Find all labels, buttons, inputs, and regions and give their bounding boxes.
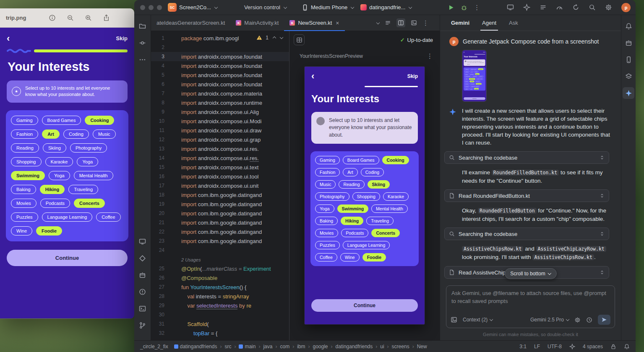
code-line[interactable]: 16import androidx.compose.ui.tool (151, 172, 289, 181)
run-config-selector[interactable]: datingandfrie... (360, 4, 412, 10)
interest-chip[interactable]: Yoga (464, 78, 468, 80)
code-line[interactable]: 19import com.ibm.google.datingand (151, 199, 289, 209)
breadcrumb-item[interactable]: ui (380, 344, 384, 349)
context-selector[interactable]: Context (2) (463, 317, 493, 323)
code-line[interactable]: 27fun YourInterestsScreen() { (151, 282, 289, 292)
interest-chip[interactable]: Gaming (315, 156, 340, 164)
send-button[interactable] (598, 315, 610, 325)
interest-chip[interactable]: Coffee (315, 253, 337, 261)
tab-options-icon[interactable] (422, 20, 429, 26)
interest-chip[interactable]: Karaoke (383, 192, 409, 201)
design-view-icon[interactable] (411, 20, 417, 26)
breadcrumb-item[interactable]: src (224, 344, 231, 349)
app-quality-insights-icon[interactable] (137, 252, 149, 264)
interest-chip[interactable]: Puzzles (315, 241, 340, 249)
zoom-out-icon[interactable] (67, 14, 74, 21)
code-line[interactable]: 9import androidx.compose.ui.Alig (151, 107, 289, 116)
interest-chip[interactable]: Yoga (315, 204, 334, 213)
interest-chip[interactable]: Board Games (470, 68, 477, 70)
project-tool-icon[interactable] (137, 20, 149, 32)
interest-chip[interactable]: Swimming (469, 78, 475, 80)
tool-call-row[interactable]: Read RoundedFilledButton.kt (444, 189, 609, 202)
code-line[interactable]: 30 (151, 310, 289, 319)
interest-chip[interactable]: Foodie (36, 226, 62, 236)
attach-image-icon[interactable] (451, 316, 457, 323)
interest-chip[interactable]: Baking (315, 217, 338, 225)
running-devices-tool-icon[interactable] (137, 236, 149, 247)
breadcrumb-item[interactable]: New (417, 344, 427, 349)
back-icon[interactable] (464, 52, 464, 53)
code-line[interactable]: 28 val interests = stringArray (151, 292, 289, 301)
running-devices-icon[interactable] (507, 4, 514, 11)
close-tab-icon[interactable] (336, 20, 339, 26)
code-line[interactable]: 26@Composable (151, 273, 289, 282)
user-avatar[interactable]: p (621, 3, 631, 12)
zoom-window-button[interactable] (157, 5, 162, 10)
interest-chip[interactable]: Puzzles (464, 85, 469, 87)
code-line[interactable]: 22import com.ibm.google.datingand (151, 227, 289, 236)
interest-chip[interactable]: Fashion (11, 129, 38, 139)
interest-chip[interactable]: Foodie (474, 88, 479, 90)
gemini-tool-icon[interactable] (623, 87, 634, 99)
interest-chip[interactable]: Cooking (85, 116, 114, 125)
tab-agent[interactable]: Agent (482, 15, 496, 31)
git-branch-widget[interactable]: _circle_2_fix (140, 344, 168, 349)
code-line[interactable]: 3import androidx.compose.foundat (151, 52, 289, 61)
caret-position-widget[interactable]: 3:1 (519, 344, 527, 349)
version-control-tool-icon[interactable] (137, 319, 149, 331)
interest-chip[interactable]: Hiking (469, 80, 474, 82)
interest-chip[interactable]: Concerts (74, 199, 105, 208)
hidden-tabs-icon[interactable] (376, 21, 380, 24)
code-line[interactable]: 7import androidx.compose.materia (151, 89, 289, 98)
interest-chip[interactable]: Skiing (368, 180, 390, 189)
interest-chip[interactable]: Yoga (77, 157, 98, 166)
interest-chip[interactable]: Yoga (49, 171, 70, 180)
problems-tool-icon[interactable] (137, 286, 149, 298)
interest-chip[interactable]: Movies (315, 229, 338, 237)
model-selector[interactable]: Gemini 2.5 Pro (530, 317, 569, 323)
build-tool-icon[interactable] (137, 269, 149, 281)
layout-inspector-icon[interactable] (623, 70, 634, 82)
code-line[interactable]: 2 Usages (151, 255, 289, 264)
interest-chip[interactable]: Music (93, 129, 116, 139)
settings-icon[interactable] (605, 4, 612, 11)
notifications-bell-icon[interactable] (624, 344, 630, 349)
breadcrumb-item[interactable]: ibm (297, 344, 305, 349)
code-line[interactable]: 8import androidx.compose.runtime (151, 98, 289, 107)
interest-chip[interactable]: Karaoke (45, 157, 73, 166)
search-everywhere-icon[interactable] (589, 4, 596, 11)
code-line[interactable]: 17import androidx.compose.ui.unit (151, 181, 289, 190)
prompt-input[interactable] (451, 290, 610, 309)
skip-button[interactable]: Skip (116, 35, 128, 41)
gradle-tool-icon[interactable] (623, 37, 634, 49)
interest-chip[interactable]: Traveling (475, 80, 480, 82)
interest-chip[interactable]: Coffee (96, 212, 120, 222)
minimize-window-button[interactable] (149, 5, 154, 10)
breadcrumb-item[interactable]: java (263, 344, 272, 349)
interest-chip[interactable]: Hiking (40, 185, 65, 194)
vcs-widget[interactable]: Version control (244, 4, 287, 10)
interest-chip[interactable]: Skiing (475, 73, 480, 75)
preview-layout-icon[interactable] (294, 34, 305, 45)
screenshot-attachment[interactable]: Skip Your Interests Select up to 10 inte… (462, 50, 487, 102)
code-line[interactable]: 20import com.ibm.google.datingand (151, 209, 289, 218)
code-line[interactable]: 31 Scaffold( (151, 319, 289, 329)
interest-chip[interactable]: Music (464, 73, 469, 75)
project-widget[interactable]: SC Screen2Co... (168, 3, 217, 12)
back-icon[interactable] (7, 36, 10, 41)
code-line[interactable]: 5import androidx.compose.foundat (151, 70, 289, 80)
interest-chip[interactable]: Coffee (464, 88, 469, 90)
split-view-icon[interactable] (396, 18, 405, 27)
continue-button[interactable]: Continue (7, 250, 128, 266)
readonly-lock-icon[interactable] (610, 344, 616, 349)
next-problem-icon[interactable] (280, 36, 283, 39)
interest-chip[interactable]: Language Learning (343, 241, 390, 249)
tool-call-row[interactable]: Searching the codebase (444, 228, 609, 240)
interest-chip[interactable]: Swimming (337, 204, 369, 213)
interest-chip[interactable]: Language Learning (470, 85, 480, 87)
continue-button[interactable]: Continue (311, 299, 418, 312)
interest-chip[interactable]: Cooking (478, 68, 483, 70)
code-editor[interactable]: 1package com.ibm.googl23import androidx.… (151, 31, 289, 340)
interest-chip[interactable]: Baking (464, 80, 469, 82)
interest-chip[interactable]: Karaoke (478, 76, 483, 78)
